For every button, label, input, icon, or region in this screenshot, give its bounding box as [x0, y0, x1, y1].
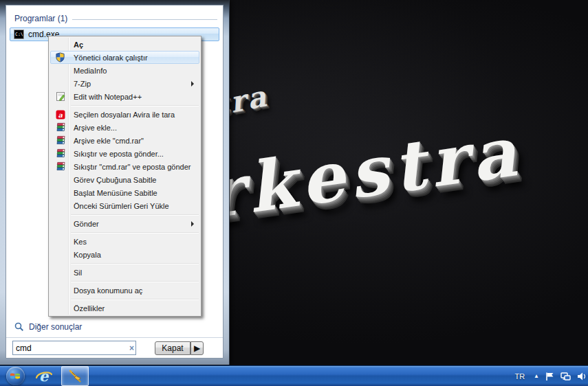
- svg-text:a: a: [58, 111, 63, 118]
- search-input[interactable]: [13, 343, 125, 353]
- menu-item-label: Aç: [69, 41, 83, 49]
- windows-logo-icon: [6, 367, 25, 385]
- context-menu-item[interactable]: Yönetici olarak çalıştır: [50, 51, 199, 64]
- menu-item-label: Dosya konumunu aç: [69, 286, 142, 295]
- see-more-results-label: Diğer sonuçlar: [29, 322, 82, 332]
- winrar-icon: [51, 135, 69, 146]
- menu-separator: [71, 232, 199, 233]
- context-menu-item[interactable]: Edit with Notepad++: [50, 90, 199, 103]
- menu-separator: [71, 281, 199, 282]
- clear-search-icon[interactable]: ×: [125, 343, 138, 353]
- context-menu-item[interactable]: Aç: [50, 38, 199, 51]
- language-indicator[interactable]: TR: [514, 372, 525, 381]
- search-icon: [14, 322, 24, 332]
- context-menu-item[interactable]: MediaInfo: [50, 64, 199, 77]
- context-menu-item[interactable]: aSeçilen dosyaları Avira ile tara: [50, 108, 199, 121]
- show-hidden-icons-arrow-icon[interactable]: ▲: [534, 373, 539, 379]
- context-menu-item[interactable]: Dosya konumunu aç: [50, 284, 199, 297]
- context-menu-item[interactable]: Gönder: [50, 217, 199, 230]
- context-menu-item[interactable]: 7-Zip: [50, 77, 199, 90]
- search-area-divider: [6, 337, 223, 338]
- context-menu-item[interactable]: Sıkıştır "cmd.rar" ve eposta gönder: [50, 160, 199, 173]
- context-menu-item[interactable]: Arşive ekle...: [50, 121, 199, 134]
- menu-item-label: Kes: [69, 238, 87, 246]
- menu-item-label: MediaInfo: [69, 67, 107, 75]
- menu-item-label: Başlat Menüsüne Sabitle: [69, 189, 157, 197]
- results-header-row: Programlar (1): [14, 14, 217, 23]
- menu-separator: [71, 299, 199, 299]
- menu-item-label: Sıkıştır "cmd.rar" ve eposta gönder: [69, 163, 190, 171]
- menu-item-label: Yönetici olarak çalıştır: [69, 54, 148, 62]
- avira-icon: a: [51, 110, 69, 120]
- wallpaper-text-large: rkestra: [201, 110, 527, 234]
- menu-item-label: Arşive ekle "cmd.rar": [69, 137, 144, 145]
- action-center-flag-icon[interactable]: [545, 372, 554, 381]
- menu-item-label: Gönder: [69, 220, 99, 228]
- menu-item-label: Arşive ekle...: [69, 124, 117, 132]
- taskbar-item-internet-explorer[interactable]: e: [31, 367, 57, 385]
- menu-item-label: Seçilen dosyaları Avira ile tara: [69, 111, 175, 119]
- shutdown-button[interactable]: Kapat: [155, 341, 190, 355]
- start-button[interactable]: [3, 367, 27, 385]
- menu-separator: [71, 263, 199, 264]
- menu-item-label: Sil: [69, 269, 82, 277]
- menu-item-label: Edit with Notepad++: [69, 93, 142, 101]
- results-group-header[interactable]: Programlar (1): [14, 14, 67, 23]
- context-menu-item[interactable]: Başlat Menüsüne Sabitle: [50, 186, 199, 199]
- trumpet-icon: [67, 369, 83, 384]
- menu-item-label: 7-Zip: [69, 80, 91, 88]
- context-menu-item[interactable]: Kes: [50, 235, 199, 248]
- context-menu-item[interactable]: Sil: [50, 266, 199, 279]
- menu-separator: [71, 214, 199, 215]
- menu-item-label: Kopyala: [69, 251, 101, 259]
- shutdown-split-button: Kapat ▶: [155, 341, 204, 355]
- submenu-arrow-icon: [191, 221, 194, 227]
- winrar-icon: [51, 161, 69, 172]
- context-menu-item[interactable]: Önceki Sürümleri Geri Yükle: [50, 199, 199, 212]
- internet-explorer-icon: e: [35, 368, 53, 385]
- uac-shield-icon: [51, 52, 69, 63]
- menu-item-label: Önceki Sürümleri Geri Yükle: [69, 202, 169, 210]
- menu-item-label: Görev Çubuğuna Sabitle: [69, 176, 156, 184]
- winrar-icon: [51, 122, 69, 133]
- context-menu-item[interactable]: Sıkıştır ve eposta gönder...: [50, 147, 199, 160]
- see-more-results-link[interactable]: Diğer sonuçlar: [14, 322, 82, 332]
- context-menu-item[interactable]: Görev Çubuğuna Sabitle: [50, 173, 199, 186]
- context-menu-item[interactable]: Kopyala: [50, 248, 199, 261]
- menu-separator: [71, 105, 199, 106]
- taskbar: e TR ▲: [0, 365, 588, 386]
- search-row: × Kapat ▶: [12, 341, 217, 355]
- system-tray: TR ▲: [514, 366, 588, 386]
- menu-item-label: Sıkıştır ve eposta gönder...: [69, 150, 164, 158]
- svg-text:C:\: C:\: [15, 32, 23, 37]
- winrar-icon: [51, 148, 69, 159]
- context-menu-item[interactable]: Arşive ekle "cmd.rar": [50, 134, 199, 147]
- header-divider: [72, 19, 217, 20]
- context-menu-item[interactable]: Özellikler: [50, 302, 199, 315]
- volume-icon[interactable]: [577, 372, 587, 381]
- taskbar-item-music-app-trumpet[interactable]: [61, 366, 89, 386]
- svg-text:e: e: [39, 368, 50, 385]
- shutdown-options-arrow-icon[interactable]: ▶: [190, 341, 204, 355]
- menu-item-label: Özellikler: [69, 304, 105, 313]
- network-icon[interactable]: [560, 372, 571, 381]
- notepadpp-icon: [51, 91, 69, 102]
- context-menu: AçYönetici olarak çalıştırMediaInfo7-Zip…: [48, 36, 202, 317]
- search-box: ×: [12, 341, 136, 355]
- submenu-arrow-icon: [191, 81, 194, 87]
- cmd-icon: C:\: [14, 30, 24, 39]
